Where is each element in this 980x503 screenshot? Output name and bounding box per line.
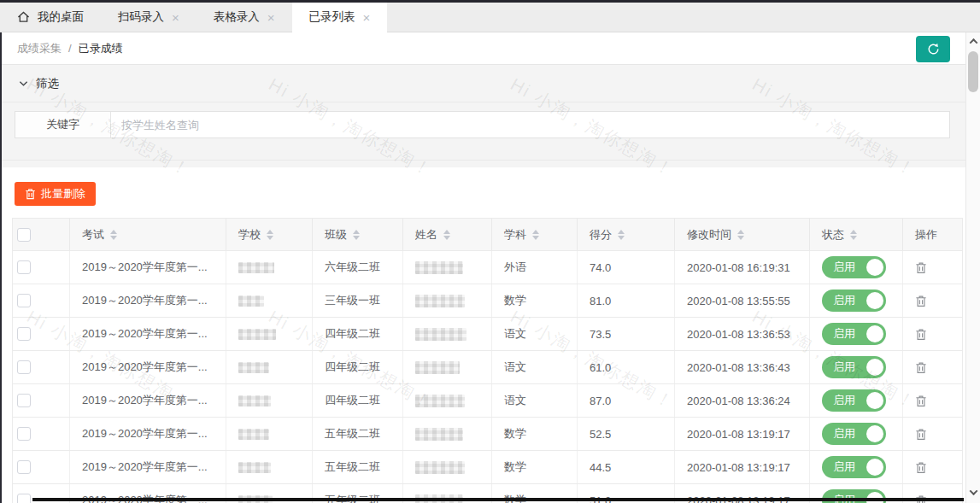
vertical-scrollbar [965,32,980,503]
scrollbar-thumb[interactable] [968,51,978,92]
close-icon[interactable]: × [363,11,371,24]
cell-subject: 数学 [504,426,526,442]
table-row: 2019～2020学年度第一... 五年级二班 数学 44.5 2020-01-… [13,451,962,484]
status-toggle[interactable]: 启用 [822,389,886,412]
masked-name [415,361,460,374]
cell-subject: 数学 [504,293,526,308]
column-label: 考试 [82,227,104,243]
cell-subject: 语文 [504,393,526,408]
tab-table-entry[interactable]: 表格录入 × [197,3,292,32]
cell-class: 四年级二班 [325,393,380,408]
row-checkbox[interactable] [17,327,31,341]
row-checkbox[interactable] [17,260,31,274]
row-checkbox[interactable] [17,294,31,307]
row-checkbox[interactable] [17,494,31,503]
column-header[interactable]: 得分 [578,219,675,250]
status-toggle[interactable]: 启用 [822,290,886,312]
row-checkbox[interactable] [17,394,31,407]
status-toggle[interactable]: 启用 [822,256,886,278]
delete-row-button[interactable] [915,261,927,274]
breadcrumb-current: 已录成绩 [79,41,123,56]
column-label: 学校 [238,227,261,243]
sort-icon[interactable] [110,230,117,240]
status-toggle[interactable]: 启用 [822,323,886,345]
cell-score: 44.5 [590,461,611,474]
tab-scan-entry[interactable]: 扫码录入 × [101,3,197,32]
masked-school [238,395,271,406]
window-bottom-edge [32,498,964,501]
select-all-checkbox[interactable] [17,228,31,242]
masked-name [415,261,463,274]
toggle-knob [866,425,883,442]
status-toggle[interactable]: 启用 [822,356,886,378]
collapsed-sidebar-edge [0,32,2,503]
breadcrumb-bar: 成绩采集 / 已录成绩 [2,32,965,65]
refresh-icon [926,42,941,56]
sort-icon[interactable] [618,230,625,240]
close-icon[interactable]: × [267,11,275,24]
cell-score: 61.0 [590,361,611,374]
breadcrumb-parent[interactable]: 成绩采集 [17,41,62,56]
main-content: 批量删除 考试 学校 班级 姓名 学科 得分 修改时间 状态 操作 [2,167,965,503]
masked-name [415,295,465,307]
cell-class: 六年级二班 [325,260,380,275]
filter-title: 筛选 [36,76,59,91]
scroll-down-arrow[interactable] [966,485,980,500]
column-header[interactable]: 修改时间 [675,219,810,250]
table-body: 2019～2020学年度第一... 六年级二班 外语 74.0 2020-01-… [13,251,962,503]
status-toggle[interactable]: 启用 [822,456,886,478]
cell-modified: 2020-01-08 13:55:55 [687,295,790,307]
sort-icon[interactable] [267,230,273,240]
refresh-button[interactable] [916,36,950,62]
row-checkbox[interactable] [17,460,31,474]
cell-modified: 2020-01-08 13:19:17 [687,461,790,474]
status-toggle[interactable]: 启用 [822,423,886,445]
sort-icon[interactable] [353,230,360,240]
column-header[interactable]: 班级 [313,219,403,250]
column-header[interactable]: 考试 [70,219,226,250]
column-label: 姓名 [415,227,437,243]
masked-school [238,362,269,373]
sort-icon[interactable] [443,230,450,240]
sort-icon[interactable] [532,230,539,240]
cell-class: 四年级二班 [325,326,380,342]
tab-my-desktop[interactable]: 我的桌面 [0,3,101,32]
table-row: 2019～2020学年度第一... 四年级二班 语文 73.5 2020-01-… [13,318,962,351]
row-checkbox[interactable] [17,360,31,374]
row-checkbox[interactable] [17,427,31,441]
batch-delete-button[interactable]: 批量删除 [15,182,96,206]
table-row: 2019～2020学年度第一... 四年级二班 语文 61.0 2020-01-… [13,351,962,384]
column-header[interactable]: 学校 [226,219,313,250]
delete-row-button[interactable] [915,361,927,374]
keyword-input[interactable] [111,112,949,137]
delete-row-button[interactable] [915,295,927,307]
table-header-row: 考试 学校 班级 姓名 学科 得分 修改时间 状态 操作 [13,219,962,251]
cell-modified: 2020-01-08 13:36:24 [687,395,790,407]
status-label: 启用 [833,326,855,342]
tab-recorded-list[interactable]: 已录列表 × [292,3,388,32]
table-row: 2019～2020学年度第一... 五年级二班 数学 52.5 2020-01-… [13,418,962,451]
masked-school [238,429,269,440]
masked-name [415,328,467,341]
table-row: 2019～2020学年度第一... 四年级二班 语文 87.0 2020-01-… [13,384,962,418]
delete-row-button[interactable] [915,328,927,341]
filter-collapse-header[interactable]: 筛选 [2,65,965,102]
column-label: 得分 [590,227,612,243]
scroll-up-arrow[interactable] [966,34,980,49]
sort-icon[interactable] [850,230,857,240]
delete-row-button[interactable] [915,395,927,407]
sort-icon[interactable] [737,230,744,240]
column-header[interactable]: 状态 [810,219,903,250]
column-header[interactable]: 操作 [903,219,962,250]
cell-exam: 2019～2020学年度第一... [82,326,208,342]
trash-icon [915,395,927,407]
delete-row-button[interactable] [915,428,927,441]
cell-exam: 2019～2020学年度第一... [82,393,208,408]
delete-row-button[interactable] [915,461,927,474]
scores-table: 考试 学校 班级 姓名 学科 得分 修改时间 状态 操作 2019～2020学年… [12,218,963,503]
column-header[interactable]: 姓名 [403,219,492,250]
column-header[interactable]: 学科 [492,219,578,250]
close-icon[interactable]: × [172,11,179,24]
status-label: 启用 [833,393,855,408]
trash-icon [915,461,927,474]
